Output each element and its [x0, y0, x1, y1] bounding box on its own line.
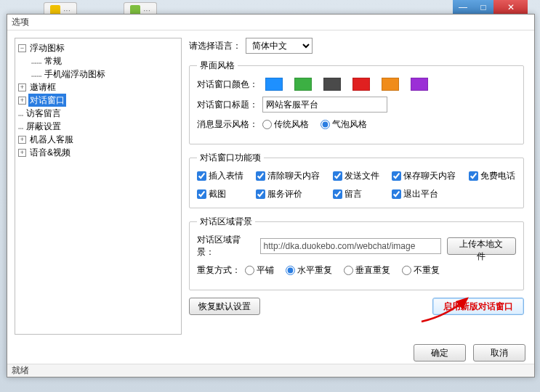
- repeat-vertical[interactable]: 垂直重复: [344, 264, 390, 277]
- feature-checkbox-label: 保存聊天内容: [403, 170, 456, 182]
- message-style-bubble[interactable]: 气泡风格: [321, 118, 367, 131]
- dialog-footer: 确定 取消: [7, 342, 534, 364]
- panel-chat-background: 对话区域背景 对话区域背景： 上传本地文件 重复方式： 平铺 水平重复 垂直重复…: [189, 216, 524, 290]
- message-style-classic[interactable]: 传统风格: [262, 118, 309, 131]
- feature-checkbox-label: 服务评价: [267, 188, 302, 200]
- tree-item-label: 常规: [43, 54, 63, 68]
- tree-item-label: 邀请框: [28, 81, 57, 94]
- panel-interface-style: 界面风格 对话窗口颜色： 对话窗口标题： 消息显示风格： 传统风格 气泡风格: [189, 60, 524, 144]
- tree-item-5[interactable]: …访客留言: [17, 107, 180, 120]
- tree-leaf-icon: …: [18, 120, 23, 133]
- expand-icon[interactable]: +: [18, 83, 26, 91]
- status-bar: 就绪: [7, 364, 534, 377]
- tree-item-3[interactable]: +邀请框: [17, 81, 180, 94]
- repeat-horizontal[interactable]: 水平重复: [286, 264, 332, 277]
- feature-checkbox-6[interactable]: 服务评价: [256, 188, 321, 200]
- tree-leaf-icon: …: [18, 107, 23, 120]
- feature-checkbox-5[interactable]: 截图: [197, 188, 244, 200]
- message-style-label: 消息显示风格：: [197, 118, 258, 131]
- tree-item-label: 屏蔽设置: [25, 120, 63, 133]
- tree-leaf-icon: ……: [31, 54, 41, 68]
- feature-checkbox-0[interactable]: 插入表情: [197, 170, 244, 182]
- options-dialog: 选项 −浮动图标……常规……手机端浮动图标+邀请框+对话窗口…访客留言…屏蔽设置…: [7, 14, 535, 377]
- panel-chat-background-legend: 对话区域背景: [197, 216, 255, 228]
- window-title-label: 对话窗口标题：: [197, 99, 258, 111]
- parent-maximize-button[interactable]: □: [473, 0, 493, 15]
- feature-checkbox-7[interactable]: 留言: [333, 188, 380, 200]
- color-swatch-4[interactable]: [382, 78, 399, 91]
- tree-item-label: 语音&视频: [28, 146, 72, 159]
- tree-item-0[interactable]: −浮动图标: [17, 41, 180, 54]
- parent-close-button[interactable]: ✕: [493, 0, 528, 15]
- tree-leaf-icon: ……: [31, 68, 41, 81]
- repeat-mode-label: 重复方式：: [197, 264, 241, 277]
- dialog-title: 选项: [7, 15, 534, 30]
- tree-item-7[interactable]: +机器人客服: [17, 133, 180, 146]
- language-label: 请选择语言：: [189, 40, 241, 52]
- feature-checkbox-8[interactable]: 退出平台: [392, 188, 456, 200]
- tree-item-8[interactable]: +语音&视频: [17, 146, 180, 159]
- reset-defaults-button[interactable]: 恢复默认设置: [189, 298, 260, 315]
- feature-checkbox-label: 免费电话: [480, 170, 515, 182]
- feature-checkbox-label: 退出平台: [403, 188, 438, 200]
- tree-item-label: 机器人客服: [28, 133, 75, 146]
- expand-icon[interactable]: +: [18, 97, 26, 105]
- window-title-input[interactable]: [262, 97, 387, 113]
- background-url-input[interactable]: [260, 238, 442, 254]
- panel-window-features-legend: 对话窗口功能项: [197, 152, 264, 164]
- panel-interface-style-legend: 界面风格: [197, 60, 238, 72]
- feature-checkbox-2[interactable]: 发送文件: [333, 170, 380, 182]
- tree-item-2[interactable]: ……手机端浮动图标: [17, 68, 180, 81]
- tree-item-label: 访客留言: [25, 107, 63, 120]
- enable-new-dialog-button[interactable]: 启用新版对话窗口: [432, 298, 524, 315]
- collapse-icon[interactable]: −: [18, 44, 26, 52]
- expand-icon[interactable]: +: [18, 149, 26, 157]
- expand-icon[interactable]: +: [18, 136, 26, 144]
- parent-minimize-button[interactable]: —: [453, 0, 473, 15]
- color-swatch-1[interactable]: [294, 78, 312, 91]
- feature-checkbox-label: 清除聊天内容: [267, 170, 320, 182]
- color-swatch-2[interactable]: [323, 78, 341, 91]
- feature-checkbox-label: 插入表情: [209, 170, 243, 182]
- content-panel: 请选择语言： 简体中文 界面风格 对话窗口颜色： 对话窗口标题： 消息显示风格：…: [189, 38, 527, 335]
- feature-checkbox-label: 截图: [209, 188, 226, 200]
- tree-item-label: 浮动图标: [28, 41, 66, 54]
- repeat-none[interactable]: 不重复: [402, 264, 440, 277]
- color-swatch-0[interactable]: [265, 78, 283, 91]
- feature-checkbox-label: 发送文件: [344, 170, 379, 182]
- panel-window-features: 对话窗口功能项 插入表情清除聊天内容发送文件保存聊天内容免费电话截图服务评价留言…: [189, 152, 524, 208]
- tree-item-4[interactable]: +对话窗口: [17, 94, 180, 107]
- background-url-label: 对话区域背景：: [197, 234, 256, 258]
- upload-local-file-button[interactable]: 上传本地文件: [447, 237, 516, 255]
- feature-checkbox-1[interactable]: 清除聊天内容: [256, 170, 321, 182]
- tree-item-label: 对话窗口: [28, 94, 66, 107]
- window-color-label: 对话窗口颜色：: [197, 78, 258, 91]
- color-swatch-3[interactable]: [352, 78, 370, 91]
- repeat-tile[interactable]: 平铺: [245, 264, 274, 277]
- tree-item-6[interactable]: …屏蔽设置: [17, 120, 180, 133]
- cancel-button[interactable]: 取消: [473, 344, 525, 362]
- tree-item-label: 手机端浮动图标: [43, 68, 107, 81]
- color-swatch-5[interactable]: [411, 78, 428, 91]
- tree-item-1[interactable]: ……常规: [17, 54, 180, 68]
- feature-checkbox-4[interactable]: 免费电话: [469, 170, 516, 182]
- ok-button[interactable]: 确定: [414, 344, 466, 362]
- feature-checkbox-label: 留言: [344, 188, 362, 200]
- feature-checkbox-3[interactable]: 保存聊天内容: [392, 170, 456, 182]
- language-select[interactable]: 简体中文: [246, 38, 313, 54]
- category-tree[interactable]: −浮动图标……常规……手机端浮动图标+邀请框+对话窗口…访客留言…屏蔽设置+机器…: [15, 38, 182, 335]
